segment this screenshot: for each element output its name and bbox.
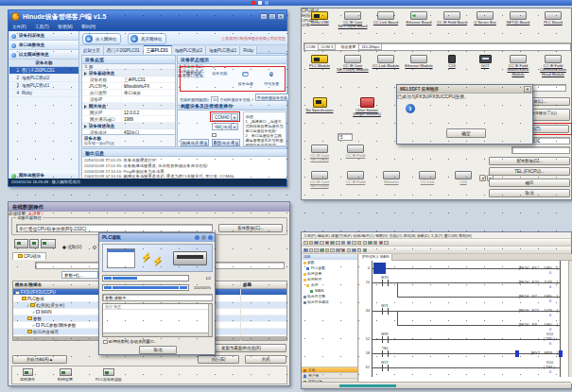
toolbar-icon[interactable] (309, 248, 314, 253)
vertical-scrollbar[interactable] (208, 304, 212, 336)
device-row[interactable]: 1西门子200PLC01 (9, 67, 78, 75)
toolbar-icon[interactable] (320, 248, 324, 253)
close-icon[interactable] (208, 235, 213, 240)
timer-coil[interactable]: T84 (544, 365, 555, 369)
clock-setting-item[interactable]: 时钟设置 (58, 368, 73, 382)
execute-button[interactable]: 执行(E) (198, 355, 239, 364)
dialog-titlebar[interactable]: MELSOFT 应用程序✕ (397, 85, 532, 94)
toolbar-icon[interactable] (379, 241, 384, 246)
mode-read[interactable]: 读取(U) (62, 245, 82, 249)
coex-route-c24[interactable]: C24 (447, 171, 479, 184)
dialog-titlebar[interactable]: PLC读取 (99, 233, 215, 242)
contact-symbol[interactable]: M72 (378, 361, 391, 375)
pc-if-cclink-board[interactable]: CC-Link Board (370, 11, 402, 25)
leave-network-button[interactable]: ⊖离开网络组 (128, 33, 166, 44)
maximize-button[interactable]: □ (269, 13, 276, 20)
window-titlebar[interactable]: 在线数据操作 (9, 202, 289, 212)
minimize-button[interactable]: ─ (260, 13, 268, 20)
toolbar-icon[interactable] (373, 241, 378, 246)
maximize-icon[interactable] (258, 1, 262, 5)
toolbar-icon[interactable] (352, 241, 356, 246)
cancel-button[interactable]: 取消 (139, 346, 177, 354)
minimize-icon[interactable] (265, 1, 269, 5)
contact-symbol[interactable]: M70 (378, 276, 391, 290)
property-row[interactable]: 设备名称三菱PLC01 (82, 77, 175, 83)
maximize-icon[interactable] (201, 235, 206, 240)
close-button[interactable]: 关闭 (245, 355, 286, 364)
toolbar-icon[interactable] (330, 241, 335, 246)
plc-memory-clear-item[interactable]: PLC存储器清除 (95, 368, 122, 382)
property-row[interactable]: 接口类型串口连接 (82, 90, 175, 96)
mov-instruction[interactable]: MOVK21D79 (519, 308, 558, 313)
ladder-rung[interactable]: 0 MOVK5D80 0 (359, 262, 568, 276)
connect-mode-select[interactable]: 编程连接 (212, 123, 238, 130)
pc-if-plc-board[interactable]: PLC Board (537, 11, 569, 25)
plc-if-ccie-field-master[interactable]: CC IE Field Master/Local Module (502, 55, 534, 77)
speed-value-field[interactable]: 115.2Kbps (358, 43, 382, 50)
coex-route-cclink[interactable]: CC-Link (411, 171, 443, 184)
toolbar-icon[interactable] (347, 248, 352, 253)
minimize-icon[interactable] (195, 235, 199, 240)
coex-route-ethernet[interactable]: Ethernet (375, 171, 407, 184)
toolbar-icon[interactable] (336, 241, 340, 246)
mov-instruction[interactable]: MOVK7D80 (519, 294, 558, 298)
time-check-field[interactable]: 5 (338, 133, 353, 141)
toolbar-icon[interactable] (384, 241, 389, 246)
pc-if-q-series-bus[interactable]: Q Series Bus (469, 11, 501, 25)
pc-if-ethernet-board[interactable]: Ethernet Board (403, 11, 435, 25)
serial-direct-checkbox[interactable] (212, 133, 217, 138)
menu-file[interactable]: 文件(F) (12, 25, 26, 29)
mov-instruction[interactable]: MOVK9D80 (519, 322, 558, 327)
toolbar-icon[interactable] (341, 248, 346, 253)
toolbar-icon[interactable] (314, 248, 319, 253)
mov-instruction[interactable]: MOVK20D79 (519, 280, 558, 284)
station-other-single[interactable]: Other Station (Single Network) (351, 97, 383, 117)
window-titlebar[interactable]: Hinode设备管理客户端 v1.5 (9, 10, 286, 23)
station-no-specification[interactable]: No Specification (303, 97, 336, 112)
property-group[interactable]: 设备基础信息 (82, 70, 175, 77)
toolbar-icon[interactable] (357, 248, 362, 253)
property-row[interactable]: 网关通讯端口1989 (82, 116, 175, 123)
result-listbox[interactable]: 执行 状态 (102, 303, 213, 337)
rst-instruction[interactable]: RSTM99 (531, 350, 558, 355)
contact-symbol[interactable]: T80 (378, 347, 391, 361)
tab-cpu-module[interactable]: CPU模块 (12, 252, 46, 261)
join-network-button[interactable]: ⊕接入网络组 (82, 33, 121, 44)
close-icon[interactable]: ✕ (524, 86, 531, 93)
property-row[interactable]: 设备IP (82, 96, 175, 103)
tab-device-5[interactable]: Ricky (240, 46, 257, 55)
toolbar-icon[interactable] (320, 241, 324, 246)
coex-route-ccie-field[interactable]: CC IE Field (339, 171, 372, 184)
ladder-rung[interactable]: 61 M72 K10 T84 0 (359, 361, 568, 375)
menu-manage[interactable]: 管理(M) (58, 25, 73, 29)
plc-if-ccie-cont-module[interactable]: CC IE Cont NET/10(H) Module (337, 55, 369, 73)
route-ccie-cont[interactable]: CC IE Cont NET/10(H) (303, 145, 336, 162)
ladder-rung[interactable]: 10 M70 MOVK20D79 0 (359, 276, 568, 290)
pc-if-ccie-field-board[interactable]: CC IE Field Board (436, 11, 468, 25)
tab-device-2-active[interactable]: 三菱PLC01 (144, 45, 172, 54)
com-value-field[interactable]: COM 3 (318, 43, 336, 50)
toolbar-icon[interactable] (330, 248, 335, 253)
pc-if-ccie-cont-board[interactable]: CC IE Cont NET/10(H) Board (337, 11, 369, 29)
toolbar-icon[interactable] (363, 241, 368, 246)
document-tab[interactable]: [PRG]写入 MAIN (359, 254, 392, 261)
property-group[interactable]: 网关信息 (82, 103, 175, 110)
toolbar-icon[interactable] (314, 241, 319, 246)
checkbox[interactable] (15, 291, 20, 296)
device-row[interactable]: 2海南PLC测试2 (9, 75, 78, 82)
pc-if-serial-usb[interactable]: Serial USB (303, 11, 336, 25)
plc-if-plc-module[interactable]: PLC Module (303, 55, 336, 68)
manual-check-button[interactable]: 手动检测设备在线 (255, 94, 289, 101)
pager-left-button[interactable]: ◂ (479, 175, 486, 181)
tab-device-3[interactable]: 海南PLC测试2 (172, 46, 206, 55)
route-ccie-field[interactable]: CC IE Field (339, 145, 372, 158)
ladder-branch[interactable]: MOVK7D80 0 (359, 290, 568, 304)
plc-if-got[interactable]: GOT (469, 55, 501, 68)
toolbar-icon[interactable] (357, 241, 362, 246)
toolbar-icon[interactable] (352, 248, 356, 253)
pc-if-net2-board[interactable]: NET(II) Board (502, 11, 534, 25)
vertical-scrollbar[interactable] (568, 261, 572, 377)
ladder-branch[interactable]: MOVK9D80 0 (359, 318, 568, 332)
ladder-rung[interactable]: 52 M99 K10 T80 0 (359, 332, 568, 347)
delete-channel-button[interactable]: 删除连接通道 (212, 139, 240, 146)
